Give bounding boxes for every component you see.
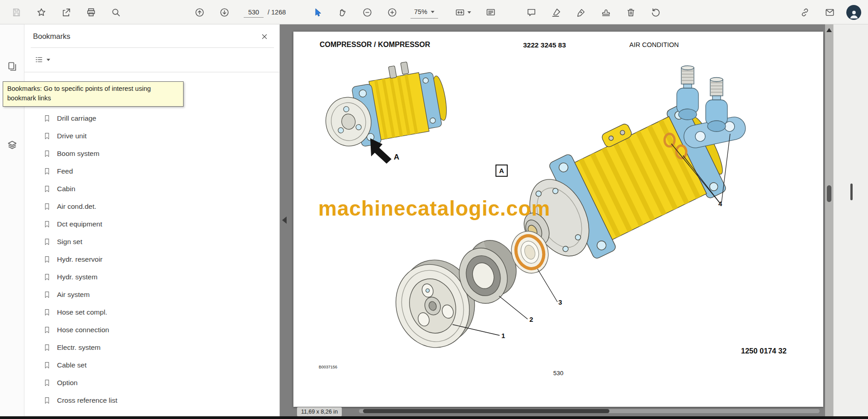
bookmark-item[interactable]: Air cond.det. [24, 198, 279, 215]
fit-width-icon [455, 7, 465, 18]
rotate-button[interactable] [646, 2, 665, 22]
bookmarks-panel-title: Bookmarks [33, 32, 71, 41]
page-thumbnails-tab[interactable] [0, 56, 24, 77]
profile-avatar-icon [848, 8, 860, 20]
bookmark-item[interactable]: Feed [24, 162, 279, 180]
document-area: COMPRESSOR / KOMPRESSOR 3222 3245 83 AIR… [280, 24, 825, 416]
right-panel-handle[interactable] [850, 184, 853, 200]
link-button[interactable] [795, 2, 815, 22]
connector-fittings [677, 66, 748, 150]
chevron-down-icon [47, 59, 50, 61]
right-tools-panel-collapsed [833, 24, 868, 416]
bookmark-item[interactable]: Drill carriage [24, 109, 279, 127]
bookmark-item[interactable]: Electr. system [24, 339, 279, 356]
bookmark-item[interactable]: Cable set [24, 356, 279, 374]
zoom-in-button[interactable] [382, 2, 402, 22]
print-icon [86, 7, 96, 18]
bookmark-flag-icon [43, 167, 51, 175]
bookmark-item[interactable]: Sign set [24, 233, 279, 250]
zoom-out-button[interactable] [357, 2, 377, 22]
hand-tool-button[interactable] [332, 2, 352, 22]
bookmark-flag-icon [43, 202, 51, 211]
bookmark-item-label: Option [57, 379, 78, 387]
bookmark-item-label: Cable set [57, 361, 86, 369]
bookmark-item[interactable]: Hydr. system [24, 268, 279, 286]
email-button[interactable] [820, 2, 840, 22]
zoom-in-icon [387, 7, 397, 18]
bookmark-item[interactable]: Air system [24, 286, 279, 303]
link-icon [800, 7, 810, 18]
bookmark-flag-icon [43, 150, 51, 158]
trash-icon [626, 7, 636, 18]
search-icon [111, 7, 121, 18]
fit-width-button[interactable] [450, 2, 476, 22]
save-button[interactable] [6, 2, 26, 22]
bookmarks-options-button[interactable] [32, 52, 53, 67]
highlight-button[interactable] [546, 2, 566, 22]
toolbar-view-group [448, 0, 503, 24]
share-icon [61, 7, 71, 18]
callout-label-3: 3 [558, 298, 562, 306]
bookmark-item[interactable]: Drive unit [24, 127, 279, 145]
stamp-button[interactable] [596, 2, 616, 22]
bookmark-item[interactable]: Option [24, 374, 279, 391]
bookmark-item[interactable]: Dct equipment [24, 215, 279, 233]
zoom-level-dropdown[interactable]: 75% [410, 6, 438, 19]
bookmark-flag-icon [43, 308, 51, 316]
bookmark-item-label: Drill carriage [57, 114, 96, 122]
bookmark-item[interactable]: Cross reference list [24, 391, 279, 409]
figure-code: B0037156 [319, 365, 337, 369]
page-total-label: / 1268 [268, 9, 286, 16]
bookmark-item-label: Drive unit [57, 132, 86, 140]
select-tool-button[interactable] [307, 2, 327, 22]
bookmark-flag-icon [43, 361, 51, 369]
document-section-label: AIR CONDITION [629, 41, 679, 48]
bookmark-flag-icon [43, 344, 51, 352]
bookmark-item-label: Air system [57, 291, 90, 299]
print-button[interactable] [81, 2, 101, 22]
bookmark-item[interactable]: Hose connection [24, 321, 279, 339]
reading-mode-icon [486, 7, 496, 18]
reading-mode-button[interactable] [481, 2, 500, 22]
close-icon [260, 33, 269, 41]
star-button[interactable] [31, 2, 51, 22]
bookmark-flag-icon [43, 132, 51, 140]
stamp-icon [601, 7, 611, 18]
sign-button[interactable] [571, 2, 591, 22]
small-compressor [318, 56, 451, 152]
vertical-scrollbar-thumb[interactable] [827, 185, 831, 202]
search-button[interactable] [106, 2, 126, 22]
scroll-up-arrow[interactable] [826, 28, 832, 32]
star-icon [36, 7, 47, 18]
bookmark-flag-icon [43, 396, 51, 405]
comment-icon [526, 7, 537, 18]
chevron-down-icon [467, 11, 471, 14]
comment-button[interactable] [521, 2, 541, 22]
delete-button[interactable] [621, 2, 641, 22]
horizontal-scrollbar[interactable] [359, 409, 820, 413]
layers-icon [7, 140, 18, 151]
save-icon [11, 7, 22, 18]
horizontal-scrollbar-thumb[interactable] [363, 409, 609, 413]
page-down-button[interactable] [214, 2, 234, 22]
bookmark-item-label: Feed [57, 167, 73, 175]
page-up-button[interactable] [189, 2, 209, 22]
bookmark-item-label: Sign set [57, 238, 82, 246]
bookmark-item[interactable]: Boom system [24, 145, 279, 162]
share-button[interactable] [56, 2, 76, 22]
layers-tab[interactable] [0, 135, 24, 155]
close-panel-button[interactable] [258, 30, 271, 43]
bookmark-item[interactable]: Hydr. reservoir [24, 250, 279, 268]
page-number-input[interactable] [244, 7, 264, 18]
profile-avatar-button[interactable] [846, 5, 861, 20]
panel-collapse-arrow[interactable] [282, 217, 287, 224]
toolbar-annotate-group [519, 0, 668, 24]
bookmark-flag-icon [43, 238, 51, 246]
vertical-scrollbar[interactable] [825, 24, 833, 416]
bookmark-item[interactable]: Hose set compl. [24, 303, 279, 321]
drawing-number: 1250 0174 32 [741, 347, 787, 355]
select-cursor-icon [312, 7, 323, 18]
bookmark-item[interactable]: Cabin [24, 180, 279, 198]
pdf-viewer-window: / 1268 75% [0, 0, 868, 419]
bookmarks-list: Am products Drill carriage Drive unit Bo… [24, 92, 279, 416]
